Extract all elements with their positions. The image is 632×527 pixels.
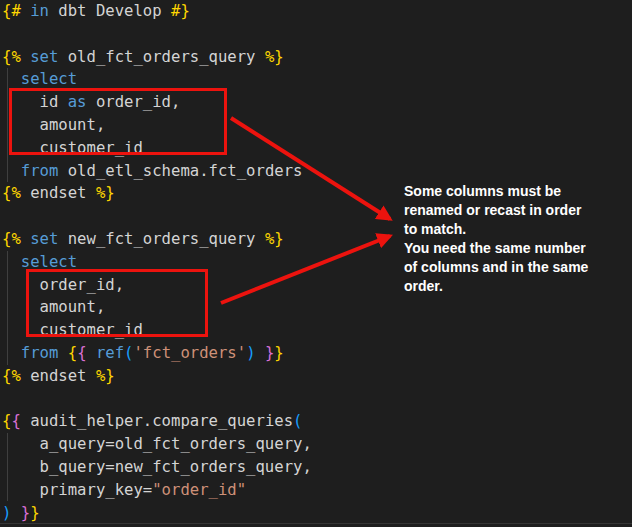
code-token	[87, 344, 96, 362]
code-token: }	[21, 504, 30, 522]
code-token: primary_key=	[2, 481, 152, 499]
highlight-box-old-columns	[9, 88, 227, 155]
code-token: endset	[21, 184, 96, 202]
code-token	[2, 253, 21, 271]
code-token	[2, 162, 21, 180]
code-line: {% endset %}	[2, 365, 632, 388]
code-line: ) }}	[2, 502, 632, 525]
divider	[0, 523, 632, 524]
code-token	[2, 344, 21, 362]
code-token: {	[2, 412, 11, 430]
code-token: set	[30, 48, 58, 66]
code-line: {{ audit_helper.compare_queries(	[2, 410, 632, 433]
code-line	[2, 388, 632, 411]
code-token: {	[77, 344, 86, 362]
indent-guide	[7, 251, 8, 365]
indent-guide	[7, 433, 8, 501]
code-token: a_query=old_fct_orders_query,	[2, 435, 312, 453]
code-token: b_query=new_fct_orders_query,	[2, 458, 312, 476]
code-token: %}	[265, 48, 284, 66]
code-token: old_fct_orders_query	[58, 48, 265, 66]
code-token	[21, 230, 30, 248]
code-token	[2, 70, 21, 88]
code-token: audit_helper.compare_queries	[21, 412, 293, 430]
code-token: in	[30, 2, 49, 20]
code-line: from old_etl_schema.fct_orders	[2, 160, 632, 183]
annotation-note: Some columns must be renamed or recast i…	[404, 182, 630, 296]
code-token: dbt Develop	[49, 2, 171, 20]
code-token: "order_id"	[152, 481, 246, 499]
code-line: from {{ ref('fct_orders') }}	[2, 342, 632, 365]
code-token: set	[30, 230, 58, 248]
code-line: a_query=old_fct_orders_query,	[2, 433, 632, 456]
indent-guide	[7, 68, 8, 182]
code-token: {	[68, 344, 77, 362]
code-token: %}	[96, 184, 115, 202]
code-token: ref	[96, 344, 124, 362]
code-token	[21, 48, 30, 66]
code-editor[interactable]: {# in dbt Develop #}{% set old_fct_order…	[0, 0, 632, 527]
code-token: new_fct_orders_query	[58, 230, 265, 248]
code-token: {%	[2, 48, 21, 66]
code-token: {%	[2, 230, 21, 248]
code-token: %}	[265, 230, 284, 248]
code-line: primary_key="order_id"	[2, 479, 632, 502]
code-token: }	[30, 504, 39, 522]
code-token	[21, 2, 30, 20]
code-line	[2, 23, 632, 46]
code-token: {%	[2, 367, 21, 385]
code-token: %}	[96, 367, 115, 385]
code-token: old_etl_schema.fct_orders	[58, 162, 302, 180]
code-token: from	[21, 344, 59, 362]
code-token: )	[246, 344, 255, 362]
code-line: {# in dbt Develop #}	[2, 0, 632, 23]
code-token: )	[2, 504, 11, 522]
code-token: }	[265, 344, 274, 362]
code-token	[256, 344, 265, 362]
code-line: b_query=new_fct_orders_query,	[2, 456, 632, 479]
code-token	[11, 504, 20, 522]
code-token: endset	[21, 367, 96, 385]
code-token: (	[293, 412, 302, 430]
highlight-box-new-columns	[26, 269, 208, 337]
code-token: {%	[2, 184, 21, 202]
code-token: #}	[171, 2, 190, 20]
code-token: {#	[2, 2, 21, 20]
code-token: 'fct_orders'	[133, 344, 246, 362]
code-token: from	[21, 162, 59, 180]
code-token: }	[274, 344, 283, 362]
code-token	[58, 344, 67, 362]
code-line: {% set old_fct_orders_query %}	[2, 46, 632, 69]
code-token: {	[11, 412, 20, 430]
code-token: select	[21, 70, 77, 88]
